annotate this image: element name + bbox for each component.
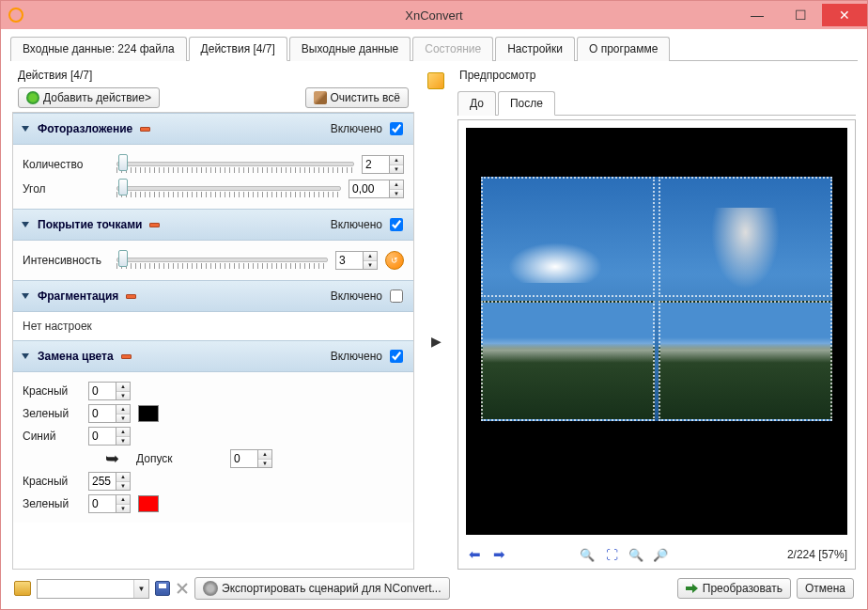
gear-icon bbox=[203, 581, 218, 596]
brush-icon bbox=[314, 91, 327, 104]
group-header[interactable]: Замена цвета Включено bbox=[13, 340, 413, 372]
save-icon[interactable] bbox=[155, 581, 170, 596]
remove-icon[interactable] bbox=[126, 294, 136, 299]
preview-tab-1[interactable]: После bbox=[498, 91, 555, 116]
enabled-label: Включено bbox=[331, 289, 382, 303]
group-title: Фрагментация bbox=[38, 289, 118, 303]
preview-tab-0[interactable]: До bbox=[457, 91, 496, 116]
next-image-icon[interactable]: ➡ bbox=[490, 546, 507, 563]
group-title: Фоторазложение bbox=[38, 122, 132, 135]
spinner[interactable]: ▲▼ bbox=[116, 494, 131, 513]
slider[interactable] bbox=[116, 250, 328, 271]
plus-icon bbox=[26, 91, 39, 104]
tab-3: Состояние bbox=[412, 37, 493, 61]
spinner[interactable]: ▲▼ bbox=[116, 382, 131, 400]
tab-5[interactable]: О программе bbox=[577, 37, 670, 61]
slider[interactable] bbox=[116, 179, 341, 199]
enabled-label: Включено bbox=[331, 122, 382, 135]
swap-icon[interactable] bbox=[427, 72, 444, 89]
spinner[interactable]: ▲▼ bbox=[390, 155, 404, 174]
spinner[interactable]: ▲▼ bbox=[258, 449, 272, 468]
chevron-down-icon bbox=[21, 352, 30, 361]
tab-2[interactable]: Выходные данные bbox=[289, 37, 411, 61]
value-input[interactable] bbox=[88, 472, 116, 491]
reset-icon[interactable]: ↺ bbox=[385, 251, 404, 270]
enabled-checkbox[interactable] bbox=[390, 218, 403, 231]
export-nconvert-button[interactable]: Экспортировать сценарий для NConvert... bbox=[194, 577, 450, 600]
cancel-button[interactable]: Отмена bbox=[797, 578, 854, 599]
value-input[interactable] bbox=[335, 251, 364, 270]
remove-icon[interactable] bbox=[149, 223, 160, 227]
enabled-label: Включено bbox=[331, 218, 382, 231]
group-header[interactable]: Фоторазложение Включено bbox=[13, 113, 413, 145]
value-input[interactable] bbox=[88, 404, 116, 423]
remove-icon[interactable] bbox=[140, 127, 150, 132]
enabled-checkbox[interactable] bbox=[390, 350, 403, 363]
value-input[interactable] bbox=[88, 494, 116, 513]
svg-marker-3 bbox=[22, 353, 29, 359]
spinner[interactable]: ▲▼ bbox=[116, 472, 131, 491]
color-swatch[interactable] bbox=[138, 405, 159, 422]
spinner[interactable]: ▲▼ bbox=[390, 180, 404, 198]
row-label: Красный bbox=[23, 475, 81, 488]
chevron-down-icon bbox=[21, 220, 30, 229]
chevron-down-icon bbox=[21, 291, 30, 301]
svg-marker-2 bbox=[22, 293, 29, 299]
tab-1[interactable]: Действия [4/7] bbox=[189, 37, 287, 61]
group-header[interactable]: Покрытие точками Включено bbox=[13, 209, 413, 241]
value-input[interactable] bbox=[88, 382, 116, 400]
minimize-button[interactable]: — bbox=[736, 4, 779, 26]
preview-tabs: ДоПосле bbox=[457, 87, 856, 116]
actions-scroll[interactable]: Фоторазложение Включено Количество ▲▼ Уг… bbox=[13, 113, 413, 569]
chevron-down-icon[interactable]: ▼ bbox=[133, 580, 148, 598]
value-input[interactable] bbox=[230, 449, 258, 468]
app-icon bbox=[8, 8, 23, 23]
group-title: Покрытие точками bbox=[38, 218, 142, 231]
add-action-button[interactable]: Добавить действие> bbox=[18, 87, 160, 108]
folder-icon[interactable] bbox=[14, 581, 31, 596]
value-input[interactable] bbox=[362, 155, 390, 174]
main-tabs: Входные данные: 224 файлаДействия [4/7]В… bbox=[10, 33, 858, 61]
enabled-checkbox[interactable] bbox=[390, 122, 403, 135]
preview-label: Предпросмотр bbox=[459, 69, 856, 82]
clear-icon[interactable] bbox=[176, 582, 189, 595]
value-input[interactable] bbox=[88, 427, 116, 446]
group-header[interactable]: Фрагментация Включено bbox=[13, 280, 413, 312]
arrow-right-icon bbox=[686, 582, 699, 595]
chevron-down-icon bbox=[21, 124, 30, 133]
close-button[interactable]: ✕ bbox=[822, 4, 867, 26]
enabled-label: Включено bbox=[331, 350, 382, 363]
value-input[interactable] bbox=[349, 180, 390, 198]
zoom-reset-icon[interactable]: 🔍 bbox=[628, 546, 644, 563]
svg-marker-0 bbox=[22, 126, 29, 132]
group-title: Замена цвета bbox=[38, 350, 114, 363]
maximize-button[interactable]: ☐ bbox=[779, 4, 822, 26]
prev-image-icon[interactable]: ⬅ bbox=[466, 546, 483, 563]
slider[interactable] bbox=[116, 154, 354, 175]
row-label: Интенсивность bbox=[23, 254, 109, 267]
window-title: XnConvert bbox=[405, 8, 462, 23]
row-label: Зеленый bbox=[23, 497, 81, 510]
clear-all-button[interactable]: Очистить всё bbox=[305, 87, 409, 108]
color-swatch[interactable] bbox=[138, 495, 159, 512]
tab-4[interactable]: Настройки bbox=[495, 37, 575, 61]
spinner[interactable]: ▲▼ bbox=[116, 427, 131, 446]
output-path-combo[interactable]: ▼ bbox=[37, 579, 149, 599]
arrow-down-icon: ➥ bbox=[105, 454, 119, 463]
no-options-text: Нет настроек bbox=[13, 312, 413, 340]
tab-0[interactable]: Входные данные: 224 файла bbox=[10, 37, 187, 61]
preview-image bbox=[466, 128, 847, 535]
convert-button[interactable]: Преобразовать bbox=[677, 578, 791, 599]
spinner[interactable]: ▲▼ bbox=[116, 404, 131, 423]
actions-header: Действия [4/7] bbox=[18, 69, 414, 82]
zoom-fit-icon[interactable]: ⛶ bbox=[603, 546, 620, 563]
preview-status: 2/224 [57%] bbox=[787, 548, 847, 561]
zoom-in-icon[interactable]: 🔍 bbox=[579, 546, 596, 563]
spinner[interactable]: ▲▼ bbox=[364, 251, 378, 270]
zoom-out-icon[interactable]: 🔎 bbox=[652, 546, 669, 563]
tolerance-label: Допуск bbox=[136, 452, 223, 465]
remove-icon[interactable] bbox=[121, 354, 132, 359]
expand-arrow-icon[interactable]: ▶ bbox=[431, 334, 442, 349]
enabled-checkbox[interactable] bbox=[390, 289, 403, 303]
row-label: Угол bbox=[23, 182, 109, 196]
